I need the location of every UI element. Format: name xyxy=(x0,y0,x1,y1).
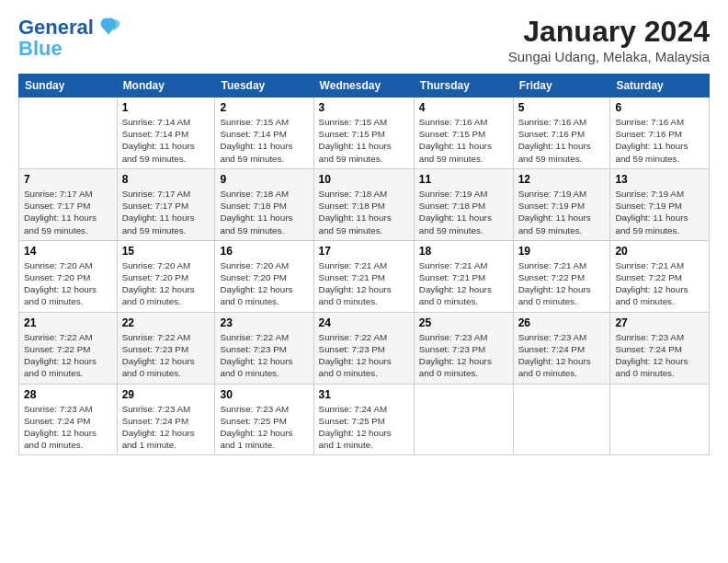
day-info: Sunrise: 7:16 AM Sunset: 7:15 PM Dayligh… xyxy=(419,116,508,165)
calendar-week-row: 21Sunrise: 7:22 AM Sunset: 7:22 PM Dayli… xyxy=(19,312,710,384)
calendar-table: Sunday Monday Tuesday Wednesday Thursday… xyxy=(18,74,710,455)
day-number: 18 xyxy=(419,245,508,258)
calendar-week-row: 14Sunrise: 7:20 AM Sunset: 7:20 PM Dayli… xyxy=(19,240,710,312)
day-info: Sunrise: 7:21 AM Sunset: 7:21 PM Dayligh… xyxy=(419,259,508,308)
day-number: 8 xyxy=(122,173,210,186)
table-row: 6Sunrise: 7:16 AM Sunset: 7:16 PM Daylig… xyxy=(610,98,710,169)
day-info: Sunrise: 7:17 AM Sunset: 7:17 PM Dayligh… xyxy=(24,188,112,236)
day-number: 14 xyxy=(24,245,112,258)
day-info: Sunrise: 7:23 AM Sunset: 7:24 PM Dayligh… xyxy=(518,331,606,380)
day-info: Sunrise: 7:15 AM Sunset: 7:14 PM Dayligh… xyxy=(220,116,308,165)
day-info: Sunrise: 7:23 AM Sunset: 7:24 PM Dayligh… xyxy=(615,331,704,380)
table-row: 17Sunrise: 7:21 AM Sunset: 7:21 PM Dayli… xyxy=(313,240,414,312)
day-number: 9 xyxy=(220,173,308,186)
day-number: 13 xyxy=(615,173,704,186)
table-row: 31Sunrise: 7:24 AM Sunset: 7:25 PM Dayli… xyxy=(313,384,414,455)
day-info: Sunrise: 7:23 AM Sunset: 7:24 PM Dayligh… xyxy=(24,403,112,452)
table-row xyxy=(414,384,513,455)
table-row: 20Sunrise: 7:21 AM Sunset: 7:22 PM Dayli… xyxy=(610,240,710,312)
day-info: Sunrise: 7:20 AM Sunset: 7:20 PM Dayligh… xyxy=(24,259,112,308)
day-number: 27 xyxy=(615,316,704,329)
day-number: 24 xyxy=(319,316,409,329)
header: General Blue January 2024 Sungai Udang, … xyxy=(18,15,710,64)
day-number: 31 xyxy=(319,388,409,401)
calendar-header-row: Sunday Monday Tuesday Wednesday Thursday… xyxy=(19,75,710,98)
day-info: Sunrise: 7:19 AM Sunset: 7:19 PM Dayligh… xyxy=(518,188,606,236)
table-row: 21Sunrise: 7:22 AM Sunset: 7:22 PM Dayli… xyxy=(19,312,118,384)
day-info: Sunrise: 7:22 AM Sunset: 7:23 PM Dayligh… xyxy=(122,331,210,380)
day-info: Sunrise: 7:23 AM Sunset: 7:23 PM Dayligh… xyxy=(419,331,508,380)
day-info: Sunrise: 7:18 AM Sunset: 7:18 PM Dayligh… xyxy=(319,188,409,236)
header-friday: Friday xyxy=(513,75,610,98)
table-row: 13Sunrise: 7:19 AM Sunset: 7:19 PM Dayli… xyxy=(610,168,710,240)
day-info: Sunrise: 7:19 AM Sunset: 7:19 PM Dayligh… xyxy=(615,188,704,236)
table-row: 27Sunrise: 7:23 AM Sunset: 7:24 PM Dayli… xyxy=(610,312,710,384)
table-row: 28Sunrise: 7:23 AM Sunset: 7:24 PM Dayli… xyxy=(19,384,118,455)
day-info: Sunrise: 7:16 AM Sunset: 7:16 PM Dayligh… xyxy=(518,116,606,165)
day-info: Sunrise: 7:22 AM Sunset: 7:22 PM Dayligh… xyxy=(24,331,112,380)
day-info: Sunrise: 7:23 AM Sunset: 7:25 PM Dayligh… xyxy=(220,403,308,452)
day-info: Sunrise: 7:21 AM Sunset: 7:22 PM Dayligh… xyxy=(518,259,606,308)
table-row: 8Sunrise: 7:17 AM Sunset: 7:17 PM Daylig… xyxy=(117,168,215,240)
day-info: Sunrise: 7:19 AM Sunset: 7:18 PM Dayligh… xyxy=(419,188,508,236)
day-number: 20 xyxy=(615,245,704,258)
day-number: 2 xyxy=(220,101,308,114)
table-row: 22Sunrise: 7:22 AM Sunset: 7:23 PM Dayli… xyxy=(117,312,215,384)
day-number: 21 xyxy=(24,316,112,329)
header-monday: Monday xyxy=(117,75,215,98)
table-row: 19Sunrise: 7:21 AM Sunset: 7:22 PM Dayli… xyxy=(513,240,610,312)
table-row xyxy=(19,98,118,169)
table-row: 3Sunrise: 7:15 AM Sunset: 7:15 PM Daylig… xyxy=(313,98,414,169)
day-number: 5 xyxy=(518,101,606,114)
day-info: Sunrise: 7:24 AM Sunset: 7:25 PM Dayligh… xyxy=(319,403,409,452)
table-row: 16Sunrise: 7:20 AM Sunset: 7:20 PM Dayli… xyxy=(215,240,313,312)
day-number: 12 xyxy=(518,173,606,186)
logo-general: General xyxy=(18,17,94,38)
table-row: 14Sunrise: 7:20 AM Sunset: 7:20 PM Dayli… xyxy=(19,240,118,312)
day-info: Sunrise: 7:21 AM Sunset: 7:22 PM Dayligh… xyxy=(615,259,704,308)
day-info: Sunrise: 7:20 AM Sunset: 7:20 PM Dayligh… xyxy=(220,259,308,308)
day-info: Sunrise: 7:21 AM Sunset: 7:21 PM Dayligh… xyxy=(319,259,409,308)
day-info: Sunrise: 7:16 AM Sunset: 7:16 PM Dayligh… xyxy=(615,116,704,165)
day-number: 4 xyxy=(419,101,508,114)
day-number: 11 xyxy=(419,173,508,186)
calendar-week-row: 28Sunrise: 7:23 AM Sunset: 7:24 PM Dayli… xyxy=(19,384,710,455)
day-number: 28 xyxy=(24,388,112,401)
table-row: 10Sunrise: 7:18 AM Sunset: 7:18 PM Dayli… xyxy=(313,168,414,240)
header-saturday: Saturday xyxy=(610,75,710,98)
table-row: 5Sunrise: 7:16 AM Sunset: 7:16 PM Daylig… xyxy=(513,98,610,169)
table-row: 4Sunrise: 7:16 AM Sunset: 7:15 PM Daylig… xyxy=(414,98,513,169)
day-number: 6 xyxy=(615,101,704,114)
table-row: 24Sunrise: 7:22 AM Sunset: 7:23 PM Dayli… xyxy=(313,312,414,384)
day-number: 30 xyxy=(220,388,308,401)
header-thursday: Thursday xyxy=(414,75,513,98)
day-number: 15 xyxy=(122,245,210,258)
calendar-title: January 2024 xyxy=(508,15,710,49)
day-info: Sunrise: 7:22 AM Sunset: 7:23 PM Dayligh… xyxy=(319,331,409,380)
table-row: 15Sunrise: 7:20 AM Sunset: 7:20 PM Dayli… xyxy=(117,240,215,312)
day-info: Sunrise: 7:20 AM Sunset: 7:20 PM Dayligh… xyxy=(122,259,210,308)
day-number: 3 xyxy=(319,101,409,114)
header-sunday: Sunday xyxy=(19,75,118,98)
table-row: 18Sunrise: 7:21 AM Sunset: 7:21 PM Dayli… xyxy=(414,240,513,312)
table-row: 11Sunrise: 7:19 AM Sunset: 7:18 PM Dayli… xyxy=(414,168,513,240)
logo-blue: Blue xyxy=(18,39,121,59)
logo-bird-icon xyxy=(96,15,121,40)
calendar-subtitle: Sungai Udang, Melaka, Malaysia xyxy=(508,49,710,64)
day-number: 7 xyxy=(24,173,112,186)
table-row: 7Sunrise: 7:17 AM Sunset: 7:17 PM Daylig… xyxy=(19,168,118,240)
day-number: 1 xyxy=(122,101,210,114)
header-tuesday: Tuesday xyxy=(215,75,313,98)
day-number: 25 xyxy=(419,316,508,329)
calendar-week-row: 7Sunrise: 7:17 AM Sunset: 7:17 PM Daylig… xyxy=(19,168,710,240)
calendar-week-row: 1Sunrise: 7:14 AM Sunset: 7:14 PM Daylig… xyxy=(19,98,710,169)
table-row: 25Sunrise: 7:23 AM Sunset: 7:23 PM Dayli… xyxy=(414,312,513,384)
table-row xyxy=(610,384,710,455)
day-number: 29 xyxy=(122,388,210,401)
table-row: 12Sunrise: 7:19 AM Sunset: 7:19 PM Dayli… xyxy=(513,168,610,240)
day-number: 10 xyxy=(319,173,409,186)
day-info: Sunrise: 7:17 AM Sunset: 7:17 PM Dayligh… xyxy=(122,188,210,236)
day-info: Sunrise: 7:22 AM Sunset: 7:23 PM Dayligh… xyxy=(220,331,308,380)
day-number: 17 xyxy=(319,245,409,258)
day-number: 16 xyxy=(220,245,308,258)
